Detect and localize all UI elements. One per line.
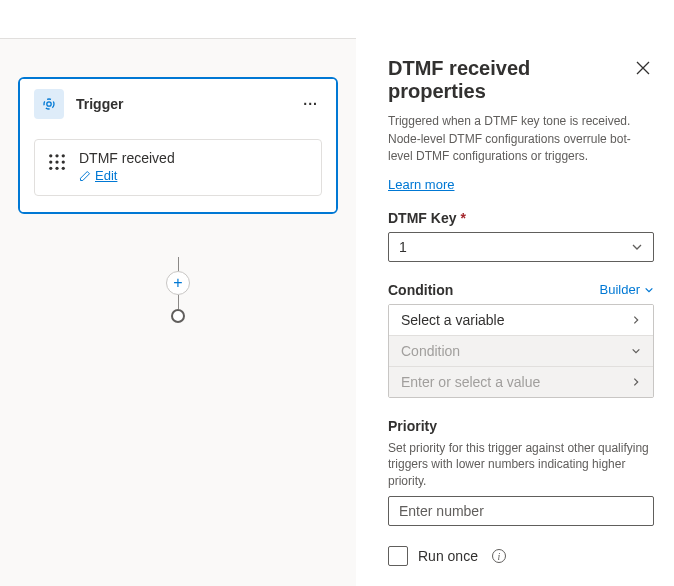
- svg-point-1: [44, 99, 54, 109]
- svg-point-3: [55, 155, 58, 158]
- trigger-node[interactable]: Trigger ··· DTMF received: [18, 77, 338, 214]
- svg-point-4: [62, 155, 65, 158]
- condition-operator-select: Condition: [389, 335, 653, 366]
- run-once-label: Run once: [418, 548, 478, 564]
- panel-description: Triggered when a DTMF key tone is receiv…: [388, 113, 654, 165]
- svg-point-2: [49, 155, 52, 158]
- run-once-checkbox[interactable]: [388, 546, 408, 566]
- dialpad-icon: [47, 152, 67, 172]
- condition-value-select: Enter or select a value: [389, 366, 653, 397]
- close-button[interactable]: [632, 57, 654, 82]
- flow-end-dot: [171, 309, 185, 323]
- chevron-right-icon: [631, 315, 641, 325]
- trigger-icon: [34, 89, 64, 119]
- node-menu-button[interactable]: ···: [299, 96, 322, 112]
- svg-point-5: [49, 161, 52, 164]
- connector-line: [178, 295, 179, 309]
- condition-label: Condition: [388, 282, 453, 298]
- add-node-button[interactable]: +: [166, 271, 190, 295]
- dtmf-key-label: DTMF Key *: [388, 210, 654, 226]
- trigger-item-dtmf[interactable]: DTMF received Edit: [34, 139, 322, 196]
- edit-link[interactable]: Edit: [79, 168, 117, 183]
- trigger-node-title: Trigger: [76, 96, 299, 112]
- chevron-down-icon: [631, 346, 641, 356]
- svg-point-8: [49, 167, 52, 170]
- chevron-down-icon: [644, 285, 654, 295]
- svg-point-6: [55, 161, 58, 164]
- properties-panel: DTMF received properties Triggered when …: [356, 39, 674, 586]
- dtmf-key-select[interactable]: 1: [388, 232, 654, 262]
- pencil-icon: [79, 170, 91, 182]
- trigger-item-title: DTMF received: [79, 150, 309, 166]
- builder-toggle[interactable]: Builder: [600, 282, 654, 297]
- required-indicator: *: [460, 210, 465, 226]
- svg-point-0: [47, 102, 51, 106]
- chevron-down-icon: [631, 241, 643, 253]
- flow-canvas: Trigger ··· DTMF received: [0, 39, 356, 586]
- learn-more-link[interactable]: Learn more: [388, 177, 454, 192]
- priority-label: Priority: [388, 418, 654, 434]
- priority-description: Set priority for this trigger against ot…: [388, 440, 654, 490]
- close-icon: [636, 61, 650, 75]
- svg-point-10: [62, 167, 65, 170]
- svg-point-7: [62, 161, 65, 164]
- priority-input[interactable]: [388, 496, 654, 526]
- svg-point-9: [55, 167, 58, 170]
- panel-title: DTMF received properties: [388, 57, 632, 103]
- condition-variable-select[interactable]: Select a variable: [389, 305, 653, 335]
- trigger-node-header: Trigger ···: [20, 79, 336, 129]
- chevron-right-icon: [631, 377, 641, 387]
- connector-line: [178, 257, 179, 271]
- info-icon[interactable]: i: [492, 549, 506, 563]
